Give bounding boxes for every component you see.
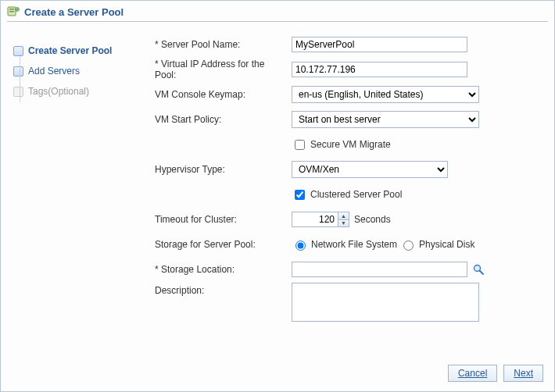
nav-step-label: Create Server Pool	[28, 45, 112, 56]
hypervisor-type-label: Hypervisor Type:	[155, 164, 292, 175]
timeout-spinner: ▲ ▼	[338, 212, 349, 227]
timeout-unit: Seconds	[354, 214, 391, 225]
nav-step-add-servers[interactable]: Add Servers	[12, 61, 149, 81]
clustered-label: Clustered Server Pool	[310, 189, 402, 200]
dialog-title: Create a Server Pool	[24, 6, 124, 18]
nav-step-create-server-pool[interactable]: Create Server Pool	[12, 41, 149, 61]
start-policy-select[interactable]: Start on best server	[292, 111, 479, 128]
dialog-footer: Cancel Next	[1, 357, 554, 391]
svg-line-5	[480, 271, 484, 275]
svg-rect-1	[9, 9, 14, 10]
storage-disk-radio[interactable]	[403, 241, 414, 251]
nav-connector-line	[20, 55, 20, 102]
nav-step-tags: Tags(Optional)	[12, 81, 149, 102]
storage-disk-label: Physical Disk	[419, 239, 474, 250]
wizard-nav: Create Server Pool Add Servers Tags(Opti…	[12, 33, 149, 357]
server-pool-icon	[7, 5, 20, 18]
server-pool-name-input[interactable]	[292, 37, 467, 52]
timeout-spinner-up[interactable]: ▲	[338, 212, 349, 220]
svg-rect-2	[9, 11, 14, 12]
storage-nfs-label: Network File System	[311, 239, 397, 250]
keymap-label: VM Console Keymap:	[155, 89, 292, 100]
title-bar: Create a Server Pool	[1, 1, 554, 21]
storage-label: Storage for Server Pool:	[155, 239, 292, 250]
start-policy-label: VM Start Policy:	[155, 114, 292, 125]
next-button[interactable]: Next	[503, 365, 543, 382]
virtual-ip-input[interactable]	[292, 62, 467, 77]
storage-nfs-radio[interactable]	[295, 241, 306, 251]
timeout-spinner-down[interactable]: ▼	[338, 220, 349, 227]
dialog-body: Create Server Pool Add Servers Tags(Opti…	[1, 22, 554, 357]
storage-location-label: Storage Location:	[155, 264, 292, 275]
clustered-checkbox[interactable]	[295, 190, 305, 200]
virtual-ip-label: Virtual IP Address for the Pool:	[155, 59, 292, 80]
nav-step-label: Add Servers	[28, 66, 80, 77]
server-pool-name-label: Server Pool Name:	[155, 39, 292, 50]
nav-step-box-icon	[13, 46, 23, 56]
create-server-pool-dialog: Create a Server Pool Create Server Pool …	[0, 0, 555, 392]
nav-step-label: Tags(Optional)	[28, 86, 89, 97]
timeout-input[interactable]	[292, 212, 338, 227]
form-panel: Server Pool Name: Virtual IP Address for…	[149, 33, 543, 357]
secure-vm-migrate-label: Secure VM Migrate	[310, 139, 391, 150]
hypervisor-type-select[interactable]: OVM/Xen	[292, 161, 448, 178]
keymap-select[interactable]: en-us (English, United States)	[292, 86, 479, 103]
storage-location-input[interactable]	[292, 262, 467, 277]
secure-vm-migrate-checkbox[interactable]	[295, 140, 305, 150]
cancel-button[interactable]: Cancel	[448, 365, 497, 382]
nav-step-box-icon	[13, 66, 23, 77]
nav-step-box-icon	[13, 87, 23, 97]
description-label: Description:	[155, 283, 292, 296]
description-textarea[interactable]	[292, 283, 479, 322]
timeout-label: Timeout for Cluster:	[155, 214, 292, 225]
search-icon[interactable]	[472, 263, 485, 276]
